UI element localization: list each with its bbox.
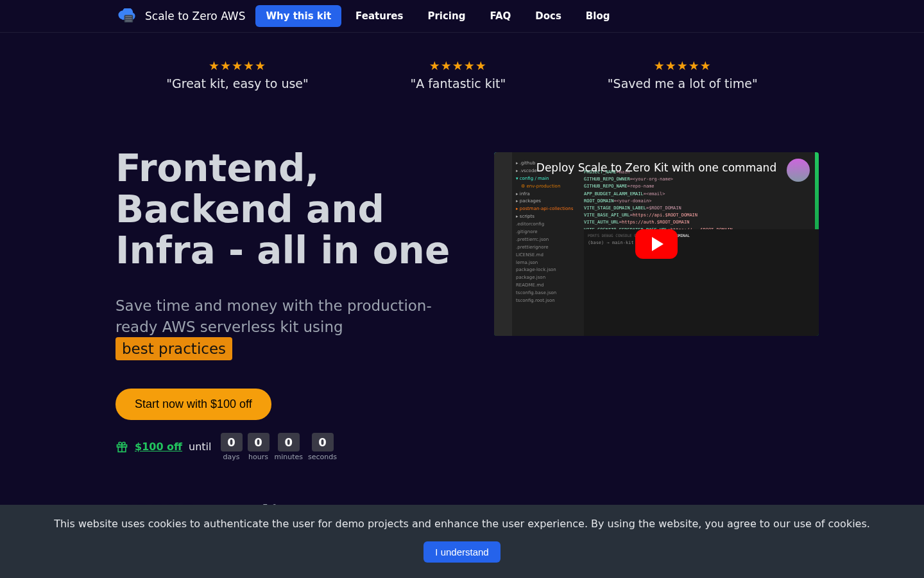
video-file-tree: ▸ .github ▸ .vscode ▾ config / main ⚙ en…	[512, 160, 576, 305]
countdown-value: 0	[221, 433, 243, 451]
nav-why-this-kit[interactable]: Why this kit	[255, 5, 341, 27]
brand-block[interactable]: Scale to Zero AWS	[116, 8, 245, 24]
countdown-label: hours	[248, 453, 268, 461]
stars-icon: ★★★★★	[166, 58, 309, 73]
site-header: Scale to Zero AWS Why this kit Features …	[0, 0, 924, 33]
cookie-accept-button[interactable]: I understand	[424, 541, 500, 563]
nav-docs[interactable]: Docs	[525, 5, 572, 27]
start-now-button[interactable]: Start now with $100 off	[116, 389, 271, 420]
discount-until-label: until	[189, 441, 211, 453]
countdown-value: 0	[248, 433, 270, 451]
testimonial-2: ★★★★★ "A fantastic kit"	[410, 58, 506, 91]
play-button-icon[interactable]	[635, 229, 678, 259]
cookie-consent-bar: This website uses cookies to authenticat…	[0, 505, 924, 578]
top-nav: Scale to Zero AWS Why this kit Features …	[116, 0, 809, 32]
nav-features[interactable]: Features	[345, 5, 413, 27]
countdown-hours: 0 hours	[248, 433, 270, 461]
stars-icon: ★★★★★	[608, 58, 758, 73]
discount-link[interactable]: $100 off	[135, 441, 182, 453]
video-title: Deploy Scale to Zero Kit with one comman…	[494, 161, 819, 174]
testimonial-quote: "Saved me a lot of time"	[608, 76, 758, 91]
gift-icon	[116, 441, 128, 453]
video-embed[interactable]: ▸ .github ▸ .vscode ▾ config / main ⚙ en…	[494, 152, 819, 336]
stars-icon: ★★★★★	[410, 58, 506, 73]
svg-rect-1	[125, 16, 132, 17]
video-config-text: PROJECT_NAME=main GITHUB_REPO_OWNER=<you…	[584, 169, 733, 234]
hero-subhead: Save time and money with the production-…	[116, 295, 456, 360]
testimonial-quote: "Great kit, easy to use"	[166, 76, 309, 91]
cloud-server-icon	[116, 8, 137, 24]
countdown-days: 0 days	[221, 433, 243, 461]
svg-rect-2	[125, 18, 132, 19]
countdown-value: 0	[278, 433, 300, 451]
svg-rect-3	[125, 21, 132, 22]
countdown-seconds: 0 seconds	[308, 433, 337, 461]
nav-pricing[interactable]: Pricing	[417, 5, 475, 27]
countdown-label: days	[223, 453, 240, 461]
brand-name: Scale to Zero AWS	[145, 10, 245, 22]
countdown-minutes: 0 minutes	[275, 433, 304, 461]
hero-title: Frontend, Backend and Infra - all in one	[116, 148, 456, 271]
countdown-label: seconds	[308, 453, 337, 461]
testimonial-3: ★★★★★ "Saved me a lot of time"	[608, 58, 758, 91]
testimonial-quote: "A fantastic kit"	[410, 76, 506, 91]
hero-subhead-text: Save time and money with the production-…	[116, 297, 432, 335]
best-practices-highlight: best practices	[116, 337, 232, 360]
video-terminal: PORTS DEBUG CONSOLE OUTPUT PROBLEMS TERM…	[584, 229, 819, 336]
discount-line: $100 off until 0 days 0 hours 0 minutes …	[116, 433, 456, 461]
testimonial-1: ★★★★★ "Great kit, easy to use"	[166, 58, 309, 91]
countdown-value: 0	[312, 433, 334, 451]
testimonials-row: ★★★★★ "Great kit, easy to use" ★★★★★ "A …	[116, 33, 809, 97]
countdown-label: minutes	[275, 453, 304, 461]
countdown: 0 days 0 hours 0 minutes 0 seconds	[221, 433, 338, 461]
nav-blog[interactable]: Blog	[576, 5, 620, 27]
cookie-text: This website uses cookies to authenticat…	[0, 518, 924, 530]
nav-faq[interactable]: FAQ	[479, 5, 521, 27]
video-author-avatar	[787, 159, 810, 182]
video-sidebar-icons	[494, 152, 512, 336]
